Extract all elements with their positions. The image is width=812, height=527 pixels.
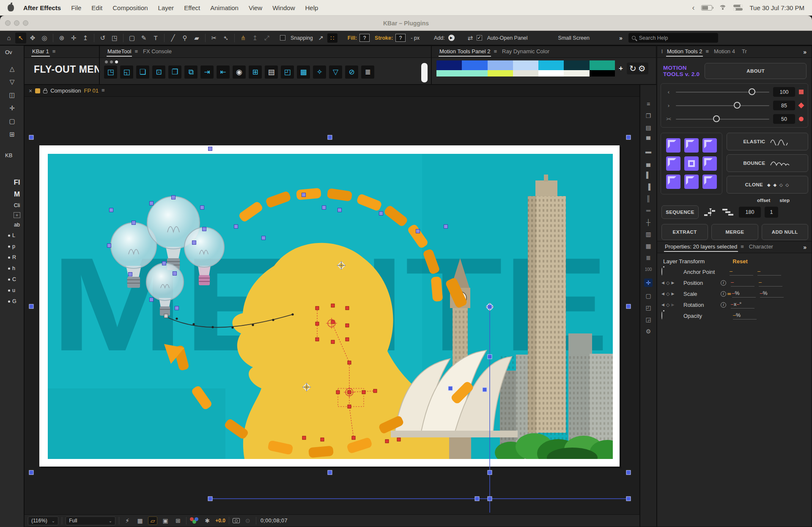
color-swatch[interactable] xyxy=(590,70,615,76)
shape-vertex-handle[interactable] xyxy=(385,440,389,443)
toolbar-separator[interactable] xyxy=(53,34,53,42)
parent-pickwhip-icon[interactable]: ⋔ xyxy=(238,33,249,44)
mattetool-panel-menu-icon[interactable]: ≡ xyxy=(134,46,140,57)
settings-gear-icon[interactable]: ⚙ xyxy=(646,328,651,334)
color-swatch[interactable] xyxy=(538,70,564,76)
snapping-checkbox[interactable] xyxy=(280,35,285,41)
ease-slider[interactable] xyxy=(676,92,769,93)
layers-icon[interactable]: ▤ xyxy=(265,66,278,79)
kbar-panel-menu-icon[interactable]: ≡ xyxy=(52,46,58,57)
snap-marquee-icon[interactable]: ∷ xyxy=(327,33,337,43)
color-swatch[interactable] xyxy=(436,70,462,76)
color-swatch[interactable] xyxy=(564,60,589,70)
color-swatch[interactable] xyxy=(488,70,513,76)
add-null-button[interactable]: ADD NULL xyxy=(762,224,808,240)
shape-vertex-handle[interactable] xyxy=(331,304,335,307)
layer-selection-handle[interactable] xyxy=(172,196,176,199)
current-timecode[interactable]: 0;00;08;07 xyxy=(261,518,288,524)
bounding-box-handle[interactable] xyxy=(488,497,492,501)
offset-field[interactable]: 180 xyxy=(739,207,761,218)
planet-icon[interactable]: ⊘ xyxy=(345,66,358,79)
distribute-v-icon[interactable]: ║ xyxy=(646,196,650,202)
stopwatch-icon[interactable] xyxy=(661,311,662,319)
panel-io-icon[interactable]: ⇄ xyxy=(465,33,476,44)
rows-icon[interactable]: ▥ xyxy=(645,231,651,237)
shape-vertex-handle[interactable] xyxy=(348,361,351,364)
dock-tab-ov[interactable]: Ov xyxy=(0,46,24,55)
panel-overflow-icon[interactable]: » xyxy=(802,242,807,253)
toolbar-overflow-icon[interactable]: » xyxy=(618,33,623,44)
selection-tool[interactable]: ↖ xyxy=(15,33,26,44)
roto-brush-tool[interactable]: ✂ xyxy=(208,33,219,44)
toolbar-separator[interactable] xyxy=(234,34,235,42)
bounding-box-handle[interactable] xyxy=(29,470,33,475)
menu-help-icon[interactable]: Help xyxy=(305,4,318,11)
comp-tab-label[interactable]: Composition xyxy=(50,87,81,94)
opacity-value[interactable]: –% xyxy=(733,312,757,319)
pen-tool[interactable]: ✎ xyxy=(138,33,149,44)
puppet-pin-tool[interactable]: ➴ xyxy=(220,33,231,44)
bounding-box-handle[interactable] xyxy=(488,305,492,309)
collapsed-menu-icon[interactable]: ≡ xyxy=(14,212,20,218)
menu-clock[interactable]: Tue 30 Jul 7:30 PM xyxy=(749,4,804,11)
menu-file-icon[interactable]: File xyxy=(71,4,81,11)
corner-tl-icon[interactable]: ◰ xyxy=(645,305,651,311)
guides-icon[interactable]: ▣ xyxy=(161,517,170,524)
shape-vertex-handle[interactable] xyxy=(346,338,349,341)
brush-tool[interactable]: ╱ xyxy=(167,33,178,44)
checker-icon[interactable]: ▩ xyxy=(297,66,310,79)
layer-selection-handle[interactable] xyxy=(173,272,177,276)
bounding-box-handle[interactable] xyxy=(29,135,33,139)
zoom-tool[interactable]: ◎ xyxy=(39,33,50,44)
shape-vertex-handle[interactable] xyxy=(315,322,319,325)
reset-button[interactable]: Reset xyxy=(732,258,747,265)
wifi-icon[interactable] xyxy=(719,5,727,11)
link-dimensions-icon[interactable]: ∞ xyxy=(727,291,731,297)
tab-truncated[interactable]: Tr xyxy=(738,46,750,57)
exposure-shutter-icon[interactable]: ✱ xyxy=(203,517,212,524)
toolbar-separator[interactable] xyxy=(164,34,165,42)
color-swatch[interactable] xyxy=(538,60,564,70)
keyframe-nav[interactable]: ◀◇▶ xyxy=(661,280,683,286)
about-button[interactable]: ABOUT xyxy=(705,63,807,79)
layer-selection-handle[interactable] xyxy=(416,229,420,233)
slider-value-field[interactable]: 50 xyxy=(773,114,795,124)
center-icon[interactable]: ┼ xyxy=(646,219,650,225)
grid-icon[interactable]: ⊞ xyxy=(249,66,262,79)
menu-window-icon[interactable]: Window xyxy=(272,4,295,11)
layer-selection-handle[interactable] xyxy=(192,241,196,245)
matte-stack-icon[interactable]: ❐ xyxy=(168,66,181,79)
bounding-box-handle[interactable] xyxy=(208,497,212,501)
layer-selection-handle[interactable] xyxy=(110,208,113,212)
layer-selection-handle[interactable] xyxy=(302,193,306,197)
mask-up-icon[interactable]: △ xyxy=(10,65,15,73)
anchor-grid-button[interactable] xyxy=(666,156,680,171)
position-x-value[interactable]: – xyxy=(731,279,754,287)
menu-edit-icon[interactable]: Edit xyxy=(91,4,102,11)
slider-value-field[interactable]: 85 xyxy=(773,101,795,110)
align-vcenter-icon[interactable]: ▬ xyxy=(645,148,651,154)
battery-icon[interactable] xyxy=(701,5,712,11)
extract-button[interactable]: EXTRACT xyxy=(661,224,708,240)
bounding-box-handle[interactable] xyxy=(448,386,453,390)
add-panel-icon[interactable]: ⊞ xyxy=(9,131,15,138)
menu-animation-icon[interactable]: Animation xyxy=(210,4,239,11)
matte-center-icon[interactable]: ⊡ xyxy=(152,66,165,79)
eyedropper-icon[interactable]: ✧ xyxy=(313,66,326,79)
tab-fx-console[interactable]: FX Console xyxy=(140,46,175,57)
menu-lines-icon[interactable]: ≡ xyxy=(647,101,650,107)
tab-motion-tools-2[interactable]: Motion Tools 2 xyxy=(664,46,706,57)
layer-selection-handle[interactable] xyxy=(200,206,204,210)
layer-selection-handle[interactable] xyxy=(234,225,238,229)
grid2-icon[interactable]: ▦ xyxy=(645,243,651,249)
magnification-dropdown[interactable]: (116%)⌄ xyxy=(28,516,58,525)
rotation-tool[interactable]: ↺ xyxy=(97,33,108,44)
rectangle-tool[interactable]: ▢ xyxy=(126,33,137,44)
anchor-y-value[interactable]: – xyxy=(757,268,781,276)
shape-vertex-handle[interactable] xyxy=(352,436,355,440)
crop-icon[interactable]: ◰ xyxy=(281,66,294,79)
auto-open-checkbox[interactable]: ✓ xyxy=(477,35,482,41)
kbar-flyout-label[interactable]: FLY-OUT MENU xyxy=(25,58,99,75)
align-left-icon[interactable]: ▌ xyxy=(646,172,650,178)
tab-kbar1[interactable]: KBar 1 xyxy=(29,46,52,57)
